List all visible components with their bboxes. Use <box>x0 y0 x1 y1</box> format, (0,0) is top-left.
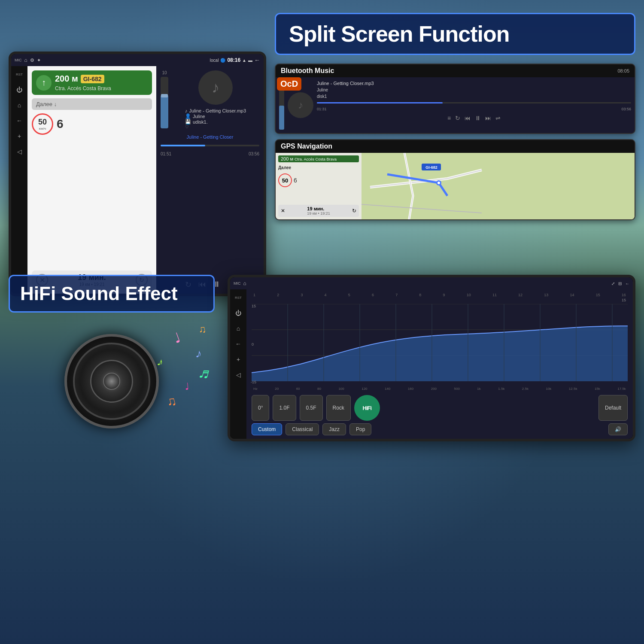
time-display: 08:16 <box>227 57 240 63</box>
eq-preset-default[interactable]: Default <box>598 395 628 421</box>
eq-fill-area <box>252 326 628 381</box>
eq-presets-row1: 0° 1.0F 0.5F Rock HiFi Default <box>252 395 628 421</box>
bottom-section: HiFi Sound Effect ♩ ♪ ♫ ♬ ♩ <box>0 270 644 450</box>
bt-disk: disk1 <box>317 94 631 99</box>
eq-preset-0deg[interactable]: 0° <box>252 395 269 421</box>
current-speed: 6 <box>57 117 64 131</box>
eq-n7: 7 <box>395 293 398 297</box>
eq-hz-label: Hz <box>253 387 258 391</box>
bt-pause-icon[interactable]: ⏸ <box>475 115 481 122</box>
eq-preset-0-5f[interactable]: 0.5F <box>300 395 323 421</box>
right-section: Split Screen Function Bluetooth Music 08… <box>275 9 635 262</box>
eq-f1-5k: 1.5k <box>498 387 504 391</box>
eq-window-icon[interactable]: ⊟ <box>618 281 622 286</box>
eq-add-sidebar[interactable]: + <box>234 355 243 364</box>
eq-freq-labels: Hz 20 60 80 100 120 140 160 200 500 1k 1… <box>252 386 628 392</box>
eq-rst-label: RST <box>234 293 243 302</box>
bt-volume-slider[interactable] <box>279 86 284 130</box>
music-note-2: ♪ <box>194 346 203 361</box>
music-now-playing: Juline - Getting Closer <box>161 134 259 140</box>
bt-progress[interactable] <box>317 102 631 103</box>
bt-time: 01:31 03:56 <box>317 107 631 111</box>
bt-shuffle-icon[interactable]: ⇌ <box>495 115 501 122</box>
battery-icon: ▬ <box>248 58 252 63</box>
nav-street-name: Ctra. Accés Costa Brava <box>55 85 148 91</box>
top-section: MIC ⌂ ⚙ ✦ local 🔵 08:16 ▲ ▬ ← RST <box>0 0 644 266</box>
bt-music-content: 10 ♪ Juline - Getting Closer.mp3 Juline … <box>276 77 635 133</box>
volume-slider[interactable] <box>161 77 168 128</box>
back-sidebar-icon[interactable]: ← <box>15 116 24 125</box>
music-progress-fill <box>161 145 205 146</box>
eq-home-sidebar[interactable]: ⌂ <box>234 324 243 333</box>
device-body: RST ⏻ ⌂ ← + ◁ ↑ 200 м <box>11 66 264 294</box>
eq-volume-btn[interactable]: 🔊 <box>608 423 628 435</box>
music-total: 03:56 <box>249 152 259 156</box>
eq-back-icon[interactable]: ← <box>625 281 629 286</box>
eq-expand-icon[interactable]: ⤢ <box>611 281 615 286</box>
power-icon[interactable]: ⏻ <box>15 85 24 94</box>
eq-vol-sidebar[interactable]: ◁ <box>234 370 243 380</box>
eq-f120: 120 <box>361 387 367 391</box>
eq-n11: 11 <box>492 293 497 297</box>
svg-point-4 <box>437 182 440 184</box>
nav-route-header: ↑ 200 м GI-682 Ctra. Accés Costa Brava <box>32 70 152 95</box>
eq-n5: 5 <box>348 293 350 297</box>
gps-eta-minutes: 19 мин. <box>307 206 330 211</box>
music-note-7: ♫ <box>164 393 178 410</box>
bt-list-icon[interactable]: ≡ <box>447 115 451 122</box>
music-time-display: 01:51 03:56 <box>161 152 259 156</box>
bt-icon2: 🔵 <box>220 58 225 63</box>
statusbar-left: MIC ⌂ ⚙ ✦ <box>15 57 41 63</box>
speed-unit: км/ч <box>39 127 46 131</box>
bt-next-icon[interactable]: ⏭ <box>485 115 491 122</box>
map-svg: GI-682 <box>361 153 635 219</box>
speed-limit-value: 50 <box>38 118 47 127</box>
bt-repeat-icon[interactable]: ↻ <box>455 115 460 122</box>
eq-device: MIC ⌂ ⤢ ⊟ ← RST ⏻ ⌂ ← + ◁ <box>228 275 635 441</box>
gps-close-btn[interactable]: ✕ <box>281 208 285 214</box>
eq-back-sidebar[interactable]: ← <box>234 339 243 349</box>
eq-power-icon[interactable]: ⏻ <box>234 308 243 318</box>
eq-mic-label: MIC <box>234 281 241 286</box>
eq-f12-5k: 12.5k <box>569 387 577 391</box>
eq-preset-jazz[interactable]: Jazz <box>322 423 346 435</box>
music-artist-row: 👤 Juline <box>185 113 246 119</box>
split-screen-banner: Split Screen Function <box>275 13 635 55</box>
bt-artist: Juline <box>317 88 631 92</box>
bt-progress-fill <box>317 102 443 103</box>
volume-icon[interactable]: ◁ <box>15 147 24 156</box>
gps-speed-circle: 50 <box>278 173 292 187</box>
bt-prev-icon[interactable]: ⏮ <box>465 115 471 122</box>
music-progress-bar[interactable] <box>161 145 259 146</box>
location-label: local <box>210 58 219 63</box>
volume-fill <box>161 95 168 128</box>
nav-distance: 200 м <box>55 74 78 84</box>
music-disk: udisk1. <box>193 119 208 125</box>
eq-preset-rock[interactable]: Rock <box>326 395 351 421</box>
speed-limit-circle: 50 км/ч <box>32 113 53 135</box>
music-elapsed: 01:51 <box>161 152 171 156</box>
gps-panel-header: GPS Navigation <box>276 140 635 153</box>
music-panel: 10 ♪ ♪ <box>156 66 264 294</box>
eq-f80: 80 <box>317 387 321 391</box>
gps-route-badge: 200 м Ctra. Accés Costa Brava <box>278 155 359 162</box>
home-sidebar-icon[interactable]: ⌂ <box>15 100 24 110</box>
gps-route-btn[interactable]: ↻ <box>352 208 356 214</box>
volume-handle <box>161 94 168 97</box>
mini-panel-gps: GPS Navigation 200 м Ctra. Accés Costa B… <box>275 139 635 220</box>
split-screen-title: Split Screen Function <box>289 21 621 47</box>
eq-preset-1f[interactable]: 1.0F <box>273 395 296 421</box>
add-icon[interactable]: + <box>15 131 24 141</box>
nav-road-tag: GI-682 <box>81 75 104 83</box>
eq-preset-custom[interactable]: Custom <box>252 423 282 435</box>
eq-preset-pop[interactable]: Pop <box>349 423 371 435</box>
music-track-row: ♪ Juline - Getting Closer.mp3 <box>185 108 246 113</box>
bt-panel-time: 08:05 <box>617 68 629 73</box>
back-icon[interactable]: ← <box>254 57 260 64</box>
music-note-4: ♬ <box>197 363 213 383</box>
eq-preset-classical[interactable]: Classical <box>286 423 319 435</box>
gps-panel-title: GPS Navigation <box>281 143 332 150</box>
bt-panel-header: Bluetooth Music 08:05 <box>276 64 635 77</box>
eq-statusbar: MIC ⌂ ⤢ ⊟ ← <box>230 277 633 289</box>
bt-volume-fill <box>279 106 284 130</box>
